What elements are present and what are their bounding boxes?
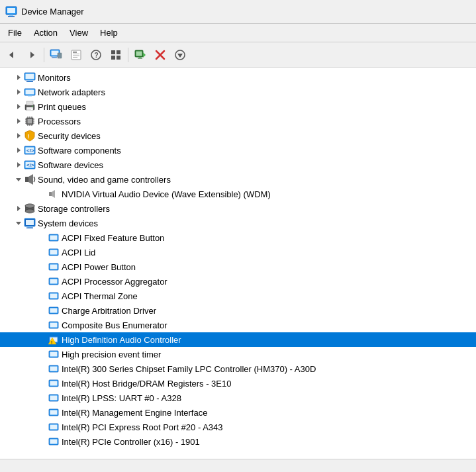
tree-item-acpi-processor[interactable]: ACPI Processor Aggregator xyxy=(0,274,476,289)
expand-composite-bus xyxy=(37,320,48,330)
tree-item-sound-video[interactable]: Sound, video and game controllers xyxy=(0,172,476,187)
icon-print-queues xyxy=(24,101,36,113)
expand-high-precision xyxy=(37,349,48,359)
icon-acpi-processor xyxy=(48,275,60,287)
expand-network-adapters[interactable] xyxy=(13,87,24,97)
svg-rect-98 xyxy=(50,294,58,299)
tree-item-acpi-power[interactable]: ACPI Power Button xyxy=(0,260,476,274)
computer-button[interactable] xyxy=(47,46,66,64)
tree-item-acpi-fixed[interactable]: ACPI Fixed Feature Button xyxy=(0,230,476,245)
back-button[interactable] xyxy=(3,46,21,64)
tree-item-storage-controllers[interactable]: Storage controllers xyxy=(0,201,476,216)
expand-system-devices[interactable] xyxy=(13,218,24,228)
expand-storage-controllers[interactable] xyxy=(13,203,24,214)
tree-item-network-adapters[interactable]: Network adapters xyxy=(0,85,476,99)
tree-item-system-devices[interactable]: System devices xyxy=(0,216,476,230)
update-driver-button[interactable] xyxy=(171,46,189,64)
scan-button[interactable] xyxy=(131,46,150,64)
svg-marker-83 xyxy=(16,222,21,225)
tree-item-intel-host-bridge[interactable]: Intel(R) Host Bridge/DRAM Registers - 3E… xyxy=(0,376,476,391)
svg-marker-41 xyxy=(17,104,21,109)
label-software-components: Software components xyxy=(38,146,121,156)
expand-monitors[interactable] xyxy=(13,72,24,83)
label-acpi-fixed: ACPI Fixed Feature Button xyxy=(62,233,164,243)
svg-rect-13 xyxy=(73,52,77,53)
tree-item-high-precision[interactable]: High precision event timer xyxy=(0,347,476,361)
svg-rect-100 xyxy=(50,308,58,313)
svg-marker-69 xyxy=(17,162,21,167)
tree-item-acpi-lid[interactable]: ACPI Lid xyxy=(0,245,476,260)
tree-item-nvidia-audio[interactable]: NVIDIA Virtual Audio Device (Wave Extens… xyxy=(0,187,476,201)
tree-item-intel-mgmt[interactable]: Intel(R) Management Engine Interface xyxy=(0,405,476,420)
svg-point-11 xyxy=(59,57,60,58)
label-acpi-processor: ACPI Processor Aggregator xyxy=(62,277,167,287)
svg-marker-63 xyxy=(17,133,21,138)
svg-marker-31 xyxy=(177,54,183,58)
svg-rect-94 xyxy=(50,265,58,269)
label-processors: Processors xyxy=(38,117,81,126)
menu-view[interactable]: View xyxy=(64,26,93,39)
expand-processors[interactable] xyxy=(13,116,24,126)
tree-item-composite-bus[interactable]: Composite Bus Enumerator xyxy=(0,318,476,332)
expand-software-components[interactable] xyxy=(13,145,24,156)
tree-item-software-devices[interactable]: </>Software devices xyxy=(0,158,476,172)
tree-item-print-queues[interactable]: Print queues xyxy=(0,99,476,114)
svg-rect-9 xyxy=(52,57,57,58)
tree-item-processors[interactable]: Processors xyxy=(0,114,476,128)
menu-help[interactable]: Help xyxy=(95,26,123,39)
expand-security-devices[interactable] xyxy=(13,130,24,141)
icon-system-devices xyxy=(24,217,36,229)
svg-rect-86 xyxy=(26,220,34,225)
tree-item-acpi-thermal[interactable]: ACPI Thermal Zone xyxy=(0,289,476,303)
toolbar-separator-2 xyxy=(128,48,128,62)
svg-marker-75 xyxy=(28,174,33,185)
grid-button[interactable] xyxy=(107,46,125,64)
menu-action[interactable]: Action xyxy=(28,26,63,39)
tree-item-hd-audio[interactable]: !High Definition Audio Controller xyxy=(0,332,476,347)
forward-button[interactable] xyxy=(23,46,41,64)
device-tree[interactable]: MonitorsNetwork adaptersPrint queuesProc… xyxy=(0,68,476,459)
svg-marker-48 xyxy=(17,118,21,124)
expand-sound-video[interactable] xyxy=(13,174,24,185)
svg-rect-20 xyxy=(117,50,120,54)
uninstall-button[interactable] xyxy=(151,46,169,64)
menu-file[interactable]: File xyxy=(3,26,27,39)
expand-acpi-power xyxy=(37,261,48,272)
tree-item-monitors[interactable]: Monitors xyxy=(0,70,476,85)
expand-software-devices[interactable] xyxy=(13,160,24,170)
svg-marker-65 xyxy=(17,148,21,153)
svg-point-82 xyxy=(25,204,34,208)
tree-item-intel-pci[interactable]: Intel(R) PCI Express Root Port #20 - A34… xyxy=(0,420,476,434)
tree-item-intel-chipset[interactable]: Intel(R) 300 Series Chipset Family LPC C… xyxy=(0,361,476,376)
tree-item-intel-lpss[interactable]: Intel(R) LPSS: UART #0 - A328 xyxy=(0,391,476,405)
svg-point-81 xyxy=(25,209,34,213)
svg-rect-110 xyxy=(50,367,58,371)
tree-item-intel-pcie[interactable]: Intel(R) PCIe Controller (x16) - 1901 xyxy=(0,434,476,449)
expand-intel-chipset xyxy=(37,363,48,374)
label-charge-arbitration: Charge Arbitration Driver xyxy=(62,306,156,316)
svg-rect-40 xyxy=(28,95,32,97)
tree-item-security-devices[interactable]: !Security devices xyxy=(0,128,476,143)
expand-print-queues[interactable] xyxy=(13,101,24,112)
tree-item-charge-arbitration[interactable]: Charge Arbitration Driver xyxy=(0,303,476,318)
icon-hd-audio: ! xyxy=(48,334,60,346)
window-title: Device Manager xyxy=(21,7,84,17)
svg-rect-46 xyxy=(27,109,31,110)
label-intel-pcie: Intel(R) PCIe Controller (x16) - 1901 xyxy=(62,437,200,447)
icon-intel-chipset xyxy=(48,363,60,375)
svg-rect-116 xyxy=(50,410,58,415)
expand-intel-pci xyxy=(37,422,48,432)
icon-security-devices: ! xyxy=(24,130,36,142)
properties-button[interactable] xyxy=(67,46,85,64)
icon-high-precision xyxy=(48,348,60,360)
svg-rect-25 xyxy=(139,57,141,58)
label-software-devices: Software devices xyxy=(38,160,103,170)
help-button[interactable]: ? xyxy=(87,46,105,64)
expand-charge-arbitration xyxy=(37,305,48,316)
tree-item-software-components[interactable]: </>Software components xyxy=(0,143,476,158)
icon-monitors xyxy=(24,71,36,83)
svg-text:!: ! xyxy=(28,133,30,140)
label-composite-bus: Composite Bus Enumerator xyxy=(62,320,167,330)
svg-rect-87 xyxy=(28,226,32,228)
label-nvidia-audio: NVIDIA Virtual Audio Device (Wave Extens… xyxy=(62,189,271,199)
